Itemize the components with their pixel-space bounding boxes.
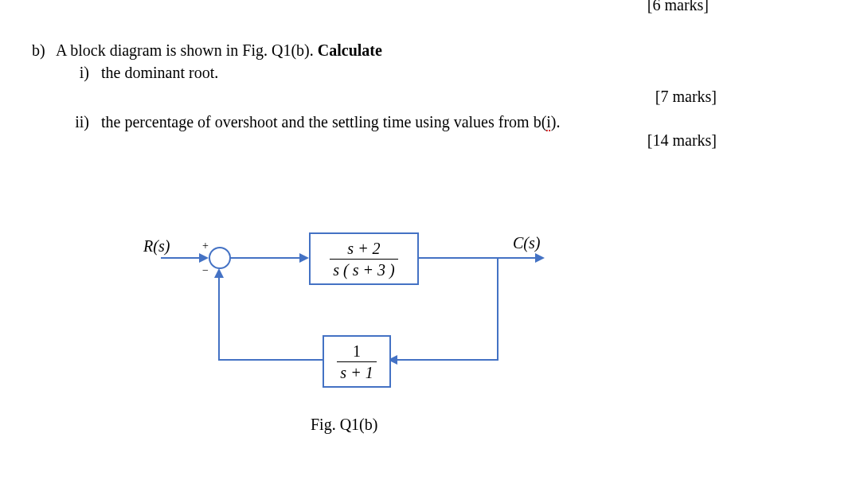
line-takeoff-down [497, 257, 499, 361]
line-g-to-out [417, 257, 537, 259]
line-h-to-sum-v [218, 277, 220, 361]
feedback-tf: 1 s + 1 [337, 342, 376, 381]
marks-i: [7 marks] [655, 88, 717, 106]
arrow-to-g [299, 253, 309, 263]
plus-sign: + [202, 240, 209, 252]
question-b-label: b) [32, 41, 53, 60]
arrow-output [535, 253, 545, 263]
output-label: C(s) [513, 234, 540, 252]
forward-block: s + 2 s ( s + 3 ) [309, 232, 419, 285]
sub-item-ii-num: ii) [64, 113, 89, 131]
line-sum-to-g [229, 257, 301, 259]
sub-item-ii: ii) the percentage of overshoot and the … [64, 113, 561, 131]
minus-sign: − [202, 264, 209, 277]
line-input [161, 257, 201, 259]
sub-item-i-num: i) [64, 64, 89, 82]
feedback-block: 1 s + 1 [323, 335, 391, 388]
forward-tf: s + 2 s ( s + 3 ) [330, 240, 397, 279]
sub-item-i-text: the dominant root. [101, 64, 218, 81]
line-h-to-sum-h [218, 359, 323, 361]
sub-item-ii-text: the percentage of overshoot and the sett… [101, 113, 561, 131]
question-b-text: A block diagram is shown in Fig. Q1(b). … [56, 41, 382, 59]
figure-caption: Fig. Q1(b) [311, 416, 377, 434]
sub-item-i: i) the dominant root. [64, 64, 218, 82]
block-diagram: R(s) + − s + 2 s ( s + 3 ) C(s) 1 s + 1 … [143, 231, 589, 438]
arrow-to-sum-feedback [214, 268, 224, 278]
prev-question-marks: [6 marks] [647, 0, 709, 14]
line-to-h [397, 359, 499, 361]
question-b: b) A block diagram is shown in Fig. Q1(b… [32, 41, 382, 60]
marks-ii: [14 marks] [647, 131, 717, 150]
arrow-to-sum [199, 253, 209, 263]
input-label: R(s) [143, 237, 170, 256]
summing-junction [209, 247, 231, 269]
